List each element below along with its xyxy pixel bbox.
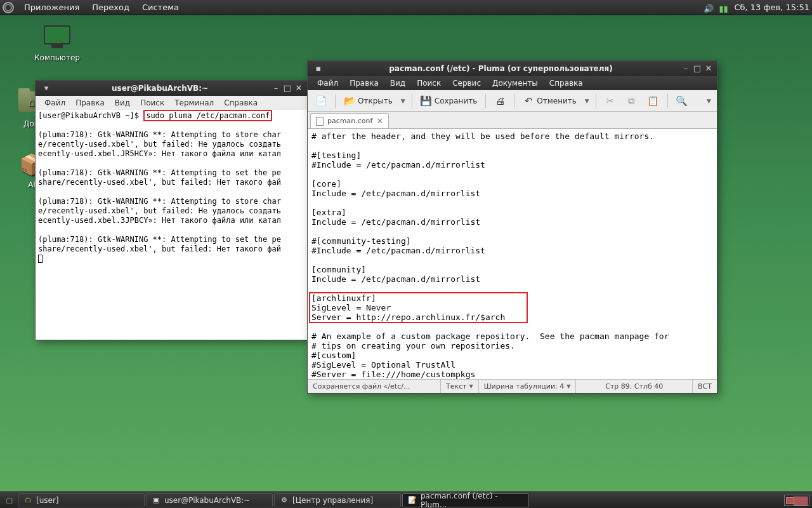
menu-view[interactable]: Вид [110, 98, 135, 107]
cut-button[interactable]: ✂ [601, 93, 620, 109]
prompt: [user@PikabuArchVB ~]$ [38, 111, 143, 120]
pluma-window: ▪ pacman.conf (/etc) - Pluma (от суперпо… [307, 60, 717, 394]
undo-button[interactable]: ↶Отменить [519, 93, 580, 109]
dropdown-icon: ▼ [566, 384, 570, 389]
window-menu-icon[interactable]: ▾ [42, 84, 51, 93]
tab-close-icon[interactable]: ✕ [376, 116, 383, 126]
show-desktop-icon: ▢ [6, 496, 13, 505]
terminal-titlebar[interactable]: ▾ user@PikabuArchVB:~ – □ ✕ [36, 81, 307, 96]
paste-button[interactable]: 📋 [644, 93, 663, 109]
close-button[interactable]: ✕ [294, 84, 303, 93]
menu-file[interactable]: Файл [39, 98, 70, 107]
maximize-button[interactable]: □ [283, 84, 292, 93]
copy-button[interactable]: ⧉ [622, 93, 641, 109]
open-button[interactable]: 📂Открыть [340, 93, 396, 109]
open-icon: 📂 [344, 95, 355, 107]
cut-icon: ✂ [605, 95, 616, 107]
find-icon: 🔍 [676, 95, 688, 107]
terminal-cursor [38, 255, 43, 263]
menu-edit[interactable]: Правка [344, 79, 384, 88]
menu-edit[interactable]: Правка [70, 98, 110, 107]
tab-bar: pacman.conf ✕ [308, 112, 717, 128]
new-doc-button[interactable]: 📄 [311, 93, 331, 109]
system-menu[interactable]: Система [136, 3, 185, 12]
new-doc-icon: 📄 [315, 95, 327, 107]
bottom-panel: ▢ 🗀 [user] ▣ user@PikabuArchVB:~ ⚙ [Цент… [0, 491, 812, 508]
terminal-command: sudo pluma /etc/pacman.conf [143, 110, 272, 121]
tab-label: pacman.conf [327, 117, 372, 125]
terminal-body[interactable]: [user@PikabuArchVB ~]$ sudo pluma /etc/p… [36, 110, 307, 340]
status-saving: Сохраняется файл «/etc/... [308, 380, 441, 393]
menu-documents[interactable]: Документы [487, 79, 544, 88]
menu-file[interactable]: Файл [311, 79, 344, 88]
task-terminal[interactable]: ▣ user@PikabuArchVB:~ [146, 493, 273, 507]
terminal-window: ▾ user@PikabuArchVB:~ – □ ✕ Файл Правка … [35, 80, 308, 340]
volume-icon[interactable]: 🔊 [704, 4, 714, 11]
separator [596, 94, 596, 108]
status-insert-mode: ВСТ [693, 380, 717, 393]
minimize-button[interactable]: – [272, 84, 280, 93]
separator [485, 94, 486, 108]
print-button[interactable]: 🖨 [490, 93, 509, 109]
window-menu-icon[interactable]: ▪ [314, 64, 323, 73]
tab-pacman-conf[interactable]: pacman.conf ✕ [310, 113, 389, 128]
terminal-output: (pluma:718): Gtk-WARNING **: Attempting … [38, 197, 281, 225]
menu-terminal[interactable]: Терминал [169, 98, 219, 107]
status-tabwidth[interactable]: Ширина табуляции: 4▼ [479, 380, 577, 393]
desktop-icon-label: Компьютер [32, 53, 82, 62]
pluma-statusbar: Сохраняется файл «/etc/... Текст▼ Ширина… [308, 379, 717, 393]
pluma-title: pacman.conf (/etc) - Pluma (от суперполь… [323, 64, 679, 73]
separator [335, 94, 336, 108]
menu-help[interactable]: Справка [544, 79, 589, 88]
menu-search[interactable]: Поиск [135, 98, 169, 107]
status-cursor: Стр 89, Стлб 40 [576, 380, 693, 393]
show-desktop-button[interactable]: ▢ [3, 493, 16, 507]
editor-text: # An example of a custom package reposit… [311, 331, 669, 379]
editor-body[interactable]: # after the header, and they will be use… [308, 128, 717, 379]
monitor-icon [44, 25, 70, 44]
print-icon: 🖨 [494, 95, 506, 107]
battery-icon[interactable]: ▮▮ [719, 4, 729, 11]
task-control-center[interactable]: ⚙ [Центр управления] [274, 493, 401, 507]
undo-icon: ↶ [523, 95, 534, 107]
settings-icon: ⚙ [280, 496, 289, 505]
terminal-output: (pluma:718): Gtk-WARNING **: Attempting … [38, 168, 281, 187]
distro-logo-icon[interactable] [3, 2, 14, 13]
document-icon [316, 117, 324, 126]
workspace-switcher[interactable] [784, 495, 809, 506]
open-dropdown[interactable]: ▼ [399, 98, 407, 104]
desktop-computer-icon[interactable]: Компьютер [32, 25, 82, 62]
pluma-titlebar[interactable]: ▪ pacman.conf (/etc) - Pluma (от суперпо… [308, 61, 717, 76]
pluma-menubar: Файл Правка Вид Поиск Сервис Документы С… [308, 76, 717, 90]
dropdown-icon: ▼ [469, 384, 473, 389]
paste-icon: 📋 [648, 95, 659, 107]
undo-dropdown[interactable]: ▼ [583, 98, 591, 104]
close-button[interactable]: ✕ [704, 64, 713, 73]
terminal-output: (pluma:718): Gtk-WARNING **: Attempting … [38, 235, 281, 253]
maximize-button[interactable]: □ [693, 64, 702, 73]
menu-search[interactable]: Поиск [411, 79, 447, 88]
menu-tools[interactable]: Сервис [447, 79, 487, 88]
red-highlight-box [309, 292, 528, 323]
separator [667, 94, 668, 108]
minimize-button[interactable]: – [681, 64, 690, 73]
clock[interactable]: Сб, 13 фев, 15:51 [734, 3, 809, 12]
top-panel: Приложения Переход Система 🔊 ▮▮ Сб, 13 ф… [0, 0, 812, 15]
apps-menu[interactable]: Приложения [18, 3, 86, 12]
terminal-menubar: Файл Правка Вид Поиск Терминал Справка [36, 96, 307, 110]
toolbar-overflow[interactable]: ▼ [705, 98, 713, 104]
task-pluma[interactable]: 📝 pacman.conf (/etc) - Plum... [402, 493, 529, 507]
save-button[interactable]: 💾Сохранить [417, 93, 481, 109]
separator [514, 94, 514, 108]
task-user[interactable]: 🗀 [user] [18, 493, 145, 507]
terminal-icon: ▣ [152, 496, 160, 505]
folder-icon: 🗀 [23, 496, 32, 505]
terminal-output: (pluma:718): Gtk-WARNING **: Attempting … [38, 130, 281, 158]
places-menu[interactable]: Переход [86, 3, 136, 12]
menu-view[interactable]: Вид [384, 79, 411, 88]
save-icon: 💾 [421, 95, 432, 107]
editor-text: # after the header, and they will be use… [311, 131, 654, 284]
find-button[interactable]: 🔍 [672, 93, 691, 109]
status-mode[interactable]: Текст▼ [441, 380, 479, 393]
menu-help[interactable]: Справка [219, 98, 263, 107]
